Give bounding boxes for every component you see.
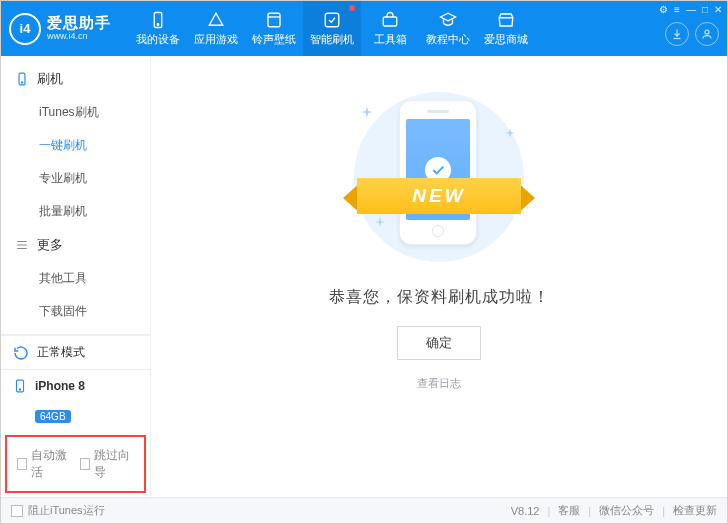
separator: | [547, 505, 550, 517]
sidebar-section-flash[interactable]: 刷机 [1, 62, 150, 96]
tab-label: 爱思商城 [484, 32, 528, 47]
body: 刷机iTunes刷机一键刷机专业刷机批量刷机更多其他工具下载固件高级功能 正常模… [1, 56, 727, 497]
header: ⚙ ≡ — □ ✕ i4 爱思助手 www.i4.cn 我的设备应用游戏铃声壁纸… [1, 1, 727, 56]
settings-icon[interactable]: ⚙ [659, 4, 668, 15]
tab-label: 教程中心 [426, 32, 470, 47]
sidebar-item-batch[interactable]: 批量刷机 [1, 195, 150, 228]
brand-name: 爱思助手 [47, 15, 111, 32]
maximize-button[interactable]: □ [702, 4, 708, 15]
device-mode-label: 正常模式 [37, 344, 85, 361]
support-link[interactable]: 客服 [558, 503, 580, 518]
brand-logo-icon: i4 [9, 13, 41, 45]
flash-options-row: 自动激活 跳过向导 [5, 435, 146, 493]
confirm-button[interactable]: 确定 [397, 326, 481, 360]
close-button[interactable]: ✕ [714, 4, 722, 15]
toolbox-icon [380, 11, 400, 29]
separator: | [662, 505, 665, 517]
phone-home-button [432, 225, 444, 237]
success-illustration: NEW [319, 84, 559, 269]
checkbox-icon [17, 458, 27, 470]
new-ribbon: NEW [343, 172, 535, 220]
window-controls: ⚙ ≡ — □ ✕ [659, 4, 722, 15]
sidebar: 刷机iTunes刷机一键刷机专业刷机批量刷机更多其他工具下载固件高级功能 正常模… [1, 56, 151, 497]
phone-icon [13, 378, 27, 394]
tab-label: 铃声壁纸 [252, 32, 296, 47]
tab-toolbox[interactable]: 工具箱 [361, 1, 419, 56]
sidebar-section-list: 其他工具下载固件高级功能 [1, 262, 150, 334]
top-tabs: 我的设备应用游戏铃声壁纸智能刷机工具箱教程中心爱思商城 [129, 1, 535, 56]
brand-logo-text: 爱思助手 www.i4.cn [47, 15, 111, 41]
sidebar-bottom: 正常模式 iPhone 8 64GB 自动激活 [1, 334, 150, 497]
skip-guide-label: 跳过向导 [94, 447, 134, 481]
tab-label: 我的设备 [136, 32, 180, 47]
wechat-link[interactable]: 微信公众号 [599, 503, 654, 518]
tab-device[interactable]: 我的设备 [129, 1, 187, 56]
view-log-link[interactable]: 查看日志 [417, 376, 461, 391]
download-button[interactable] [665, 22, 689, 46]
tab-mall[interactable]: 爱思商城 [477, 1, 535, 56]
check-update-link[interactable]: 检查更新 [673, 503, 717, 518]
sidebar-item-firmware[interactable]: 下载固件 [1, 295, 150, 328]
device-row[interactable]: iPhone 8 64GB [1, 369, 150, 431]
sidebar-item-oneclick[interactable]: 一键刷机 [1, 129, 150, 162]
svg-point-9 [19, 389, 20, 390]
tab-apps[interactable]: 应用游戏 [187, 1, 245, 56]
flash-icon [322, 11, 342, 29]
sidebar-item-othertools[interactable]: 其他工具 [1, 262, 150, 295]
device-storage-badge: 64GB [35, 410, 71, 423]
auto-activate-option[interactable]: 自动激活 [17, 447, 72, 481]
auto-activate-label: 自动激活 [31, 447, 71, 481]
ringwall-icon [264, 11, 284, 29]
checkbox-icon [11, 505, 23, 517]
success-message: 恭喜您，保资料刷机成功啦！ [329, 287, 550, 308]
version-label: V8.12 [511, 505, 540, 517]
tab-label: 智能刷机 [310, 32, 354, 47]
device-icon [148, 11, 168, 29]
sidebar-item-pro[interactable]: 专业刷机 [1, 162, 150, 195]
brand-logo[interactable]: i4 爱思助手 www.i4.cn [1, 1, 121, 56]
checkbox-icon [80, 458, 90, 470]
svg-point-1 [157, 23, 159, 25]
ribbon-text: NEW [357, 178, 521, 214]
mall-icon [496, 11, 516, 29]
brand-url: www.i4.cn [47, 32, 111, 42]
svg-rect-2 [268, 13, 280, 27]
app-window: ⚙ ≡ — □ ✕ i4 爱思助手 www.i4.cn 我的设备应用游戏铃声壁纸… [0, 0, 728, 524]
notification-badge [349, 5, 355, 11]
section-icon [15, 238, 29, 252]
sidebar-section-more[interactable]: 更多 [1, 228, 150, 262]
section-title: 刷机 [37, 70, 63, 88]
svg-rect-4 [383, 17, 397, 26]
section-title: 更多 [37, 236, 63, 254]
refresh-icon [13, 345, 29, 361]
section-icon [15, 72, 29, 86]
status-bar: 阻止iTunes运行 V8.12 | 客服 | 微信公众号 | 检查更新 [1, 497, 727, 523]
svg-point-7 [21, 82, 22, 83]
sidebar-section-list: iTunes刷机一键刷机专业刷机批量刷机 [1, 96, 150, 228]
device-name: iPhone 8 [35, 379, 85, 393]
svg-point-5 [705, 30, 709, 34]
apps-icon [206, 11, 226, 29]
tutorial-icon [438, 11, 458, 29]
block-itunes-option[interactable]: 阻止iTunes运行 [11, 503, 105, 518]
user-button[interactable] [695, 22, 719, 46]
main-content: NEW 恭喜您，保资料刷机成功啦！ 确定 查看日志 [151, 56, 727, 497]
tab-ringwall[interactable]: 铃声壁纸 [245, 1, 303, 56]
tab-flash[interactable]: 智能刷机 [303, 1, 361, 56]
svg-rect-3 [325, 13, 339, 27]
tab-tutorial[interactable]: 教程中心 [419, 1, 477, 56]
block-itunes-label: 阻止iTunes运行 [28, 503, 105, 518]
separator: | [588, 505, 591, 517]
device-mode-row[interactable]: 正常模式 [1, 335, 150, 369]
sidebar-item-itunes[interactable]: iTunes刷机 [1, 96, 150, 129]
menu-icon[interactable]: ≡ [674, 4, 680, 15]
sparkle-icon [361, 106, 371, 116]
status-bar-right: V8.12 | 客服 | 微信公众号 | 检查更新 [511, 503, 717, 518]
tab-label: 应用游戏 [194, 32, 238, 47]
sidebar-sections: 刷机iTunes刷机一键刷机专业刷机批量刷机更多其他工具下载固件高级功能 [1, 56, 150, 334]
minimize-button[interactable]: — [686, 4, 696, 15]
sparkle-icon [505, 128, 515, 138]
skip-guide-option[interactable]: 跳过向导 [80, 447, 135, 481]
tab-label: 工具箱 [374, 32, 407, 47]
